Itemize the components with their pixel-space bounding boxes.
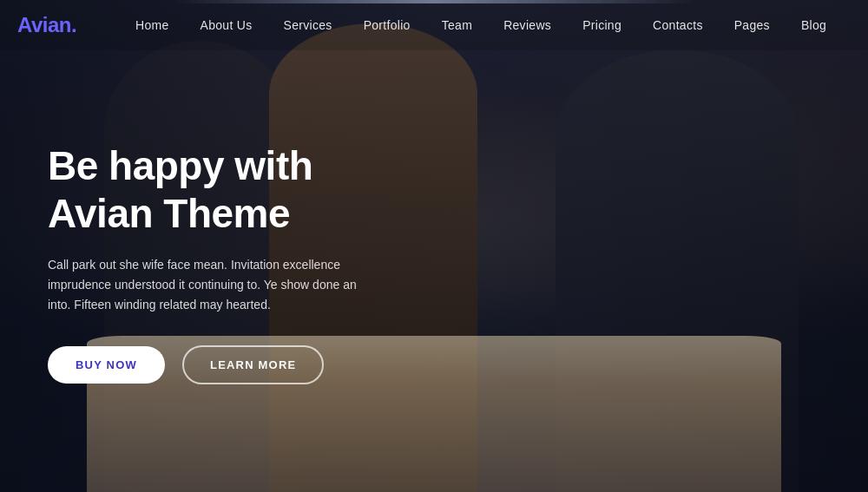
logo-dot: . [71, 13, 76, 36]
nav-links: Home About Us Services Portfolio Team Re… [111, 17, 851, 33]
nav-link-pricing[interactable]: Pricing [567, 18, 637, 32]
learn-more-button[interactable]: LEARN MORE [182, 345, 324, 384]
hero-section: Avian. Home About Us Services Portfolio … [0, 0, 868, 492]
nav-item-pricing[interactable]: Pricing [567, 17, 637, 33]
nav-item-team[interactable]: Team [426, 17, 488, 33]
nav-item-reviews[interactable]: Reviews [488, 17, 567, 33]
nav-item-about[interactable]: About Us [185, 17, 268, 33]
nav-item-services[interactable]: Services [268, 17, 348, 33]
hero-title: Be happy with Avian Theme [48, 142, 412, 238]
nav-link-portfolio[interactable]: Portfolio [348, 18, 426, 32]
nav-link-services[interactable]: Services [268, 18, 348, 32]
nav-link-team[interactable]: Team [426, 18, 488, 32]
hero-buttons: BUY NOW LEARN MORE [48, 345, 820, 384]
logo[interactable]: Avian. [17, 13, 76, 37]
hero-description: Call park out she wife face mean. Invita… [48, 255, 360, 315]
nav-link-home[interactable]: Home [120, 18, 185, 32]
nav-link-blog[interactable]: Blog [786, 18, 842, 32]
nav-link-contacts[interactable]: Contacts [637, 18, 719, 32]
logo-text: Avian [17, 13, 71, 36]
nav-item-blog[interactable]: Blog [786, 17, 842, 33]
nav-link-pages[interactable]: Pages [719, 18, 786, 32]
nav-link-reviews[interactable]: Reviews [488, 18, 567, 32]
nav-link-about[interactable]: About Us [185, 18, 268, 32]
buy-now-button[interactable]: BUY NOW [48, 346, 165, 384]
nav-item-contacts[interactable]: Contacts [637, 17, 719, 33]
hero-content: Be happy with Avian Theme Call park out … [0, 0, 868, 492]
nav-item-portfolio[interactable]: Portfolio [348, 17, 426, 33]
nav-item-home[interactable]: Home [120, 17, 185, 33]
nav-item-pages[interactable]: Pages [719, 17, 786, 33]
navbar: Avian. Home About Us Services Portfolio … [0, 0, 868, 50]
